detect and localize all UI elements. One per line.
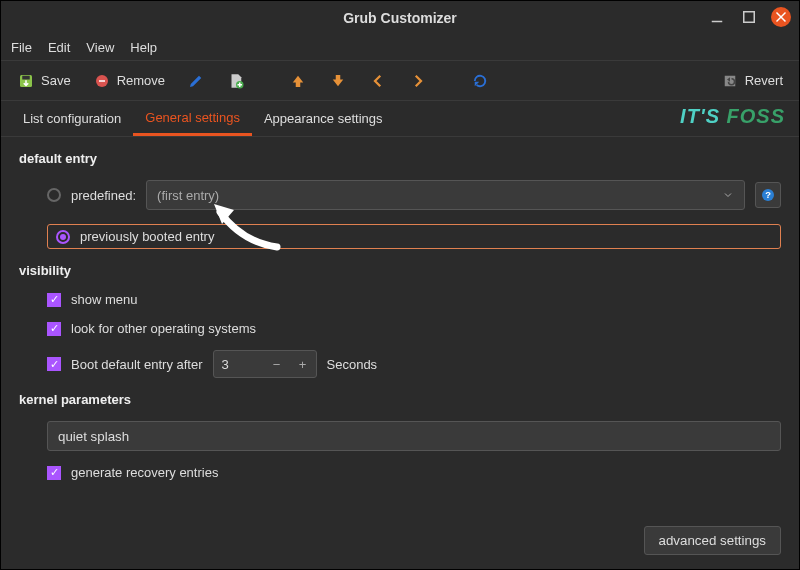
minus-button[interactable]: − [264, 357, 290, 372]
help-button[interactable]: ? [755, 182, 781, 208]
titlebar: Grub Customizer [1, 1, 799, 35]
new-file-icon [227, 72, 245, 90]
svg-rect-1 [744, 12, 755, 23]
menu-edit[interactable]: Edit [48, 40, 70, 55]
remove-icon [93, 72, 111, 90]
menu-help[interactable]: Help [130, 40, 157, 55]
next-button[interactable] [403, 68, 433, 94]
previously-booted-label: previously booted entry [80, 229, 214, 244]
checkbox-look-for-os[interactable]: ✓ [47, 322, 61, 336]
revert-icon [721, 72, 739, 90]
boot-default-label: Boot default entry after [71, 357, 203, 372]
tab-bar: List configuration General settings Appe… [1, 101, 799, 137]
row-previously-booted[interactable]: previously booted entry [47, 224, 781, 249]
radio-predefined[interactable] [47, 188, 61, 202]
plus-button[interactable]: + [290, 357, 316, 372]
save-icon [17, 72, 35, 90]
recovery-entries-label: generate recovery entries [71, 465, 218, 480]
tab-general-settings[interactable]: General settings [133, 102, 252, 136]
advanced-settings-button[interactable]: advanced settings [644, 526, 781, 555]
help-icon: ? [760, 187, 776, 203]
content-area: default entry predefined: (first entry) … [1, 137, 799, 569]
look-for-os-label: look for other operating systems [71, 321, 256, 336]
kernel-params-input[interactable] [47, 421, 781, 451]
chevron-left-icon [369, 72, 387, 90]
checkbox-recovery-entries[interactable]: ✓ [47, 466, 61, 480]
svg-text:?: ? [765, 190, 771, 200]
minimize-button[interactable] [707, 7, 727, 27]
section-kernel-parameters: kernel parameters [19, 392, 781, 407]
arrow-up-icon [289, 72, 307, 90]
close-button[interactable] [771, 7, 791, 27]
menu-view[interactable]: View [86, 40, 114, 55]
predefined-value: (first entry) [157, 188, 219, 203]
edit-button[interactable] [181, 68, 211, 94]
move-up-button[interactable] [283, 68, 313, 94]
refresh-icon [471, 72, 489, 90]
prev-button[interactable] [363, 68, 393, 94]
chevron-down-icon [722, 189, 734, 201]
move-down-button[interactable] [323, 68, 353, 94]
toolbar: Save Remove Revert [1, 61, 799, 101]
maximize-button[interactable] [739, 7, 759, 27]
show-menu-label: show menu [71, 292, 137, 307]
svg-rect-5 [22, 75, 30, 79]
remove-button[interactable]: Remove [87, 68, 171, 94]
boot-timeout-value: 3 [214, 357, 264, 372]
tab-list-configuration[interactable]: List configuration [11, 103, 133, 134]
chevron-right-icon [409, 72, 427, 90]
save-button[interactable]: Save [11, 68, 77, 94]
revert-button[interactable]: Revert [715, 68, 789, 94]
refresh-button[interactable] [465, 68, 495, 94]
predefined-label: predefined: [71, 188, 136, 203]
section-visibility: visibility [19, 263, 781, 278]
seconds-label: Seconds [327, 357, 378, 372]
menubar: File Edit View Help [1, 35, 799, 61]
tab-appearance-settings[interactable]: Appearance settings [252, 103, 395, 134]
radio-previously-booted[interactable] [56, 230, 70, 244]
itsfoss-watermark: IT'S FOSS [680, 105, 785, 128]
new-button[interactable] [221, 68, 251, 94]
boot-timeout-spinner[interactable]: 3 − + [213, 350, 317, 378]
window-title: Grub Customizer [343, 10, 457, 26]
arrow-down-icon [329, 72, 347, 90]
section-default-entry: default entry [19, 151, 781, 166]
menu-file[interactable]: File [11, 40, 32, 55]
pencil-icon [187, 72, 205, 90]
predefined-dropdown[interactable]: (first entry) [146, 180, 745, 210]
checkbox-show-menu[interactable]: ✓ [47, 293, 61, 307]
checkbox-boot-default[interactable]: ✓ [47, 357, 61, 371]
